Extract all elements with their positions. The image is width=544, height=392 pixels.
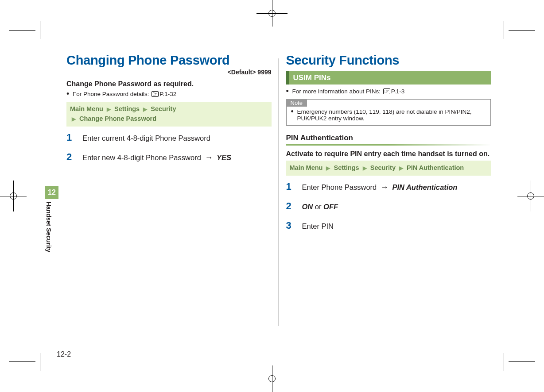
left-detail-line: For Phone Password details: ☞P.1-32 [66,91,272,97]
crop-mark-tl [9,21,49,39]
left-nav-path: Main Menu ▶ Settings ▶ Security ▶ Change… [66,102,272,127]
nav-change-password: Change Phone Password [79,115,156,122]
right-lead: Activate to require PIN entry each time … [286,150,491,158]
default-value: <Default> 9999 [66,69,272,76]
step-text: ON or OFF [302,203,491,211]
right-nav-path: Main Menu ▶ Settings ▶ Security ▶ PIN Au… [286,161,491,176]
nav-settings: Settings [334,164,359,171]
left-lead: Change Phone Password as required. [66,80,272,88]
pin-auth-heading: PIN Authentication [286,134,491,142]
gradient-rule [286,144,491,146]
arrow-right-icon: → [205,153,213,162]
left-step-1: 1 Enter current 4-8-digit Phone Password [66,132,272,143]
crop-mark-bl [9,353,49,371]
step-text: Enter current 4-8-digit Phone Password [82,134,272,142]
step-text: Enter new 4-8-digit Phone Password → YES [82,153,272,162]
registration-mark-bottom [254,365,290,392]
right-title: Security Functions [286,53,491,68]
nav-settings: Settings [114,105,140,112]
right-step-3: 3 Enter PIN [286,220,491,231]
step-1-pre: Enter Phone Password [302,183,379,191]
step-2-on: ON [302,203,313,211]
nav-main-menu: Main Menu [70,105,103,112]
step-number: 2 [66,151,74,163]
chevron-right-icon: ▶ [143,106,147,112]
right-step-2: 2 ON or OFF [286,200,491,212]
registration-mark-right [517,178,544,214]
chevron-right-icon: ▶ [399,165,403,171]
right-info-ref: P.1-3 [391,88,405,95]
chevron-right-icon: ▶ [363,165,367,171]
step-number: 3 [286,220,294,231]
nav-security: Security [370,164,396,171]
step-2-or: or [313,203,323,211]
right-step-1: 1 Enter Phone Password → PIN Authenticat… [286,181,491,192]
crop-mark-br [495,353,535,371]
usim-pins-bar: USIM PINs [286,71,491,85]
reference-icon: ☞ [383,88,390,94]
crop-mark-tr [495,21,535,39]
step-number: 1 [286,181,294,192]
reference-icon: ☞ [152,91,159,97]
step-number: 2 [286,200,294,212]
left-step-2: 2 Enter new 4-8-digit Phone Password → Y… [66,151,272,163]
registration-mark-top [254,0,290,27]
step-text: Enter PIN [302,222,491,231]
left-detail-ref: P.1-32 [159,91,176,97]
left-detail-text: For Phone Password details: [73,91,151,97]
note-label: Note [286,99,307,107]
right-column: Security Functions USIM PINs For more in… [279,53,491,348]
nav-main-menu: Main Menu [290,164,323,171]
page-number: 12-2 [57,350,71,358]
left-title: Changing Phone Password [66,53,272,68]
step-2-off: OFF [323,203,338,211]
chevron-right-icon: ▶ [326,165,330,171]
chevron-right-icon: ▶ [72,116,76,122]
chapter-label: Handset Security [45,202,52,252]
registration-mark-left [0,178,27,214]
right-info-line: For more information about PINs: ☞P.1-3 [286,88,491,95]
arrow-right-icon: → [381,183,389,192]
step-1-strong: PIN Authentication [392,183,457,191]
step-number: 1 [66,132,74,143]
right-info-text: For more information about PINs: [292,88,382,95]
left-column: Changing Phone Password <Default> 9999 C… [66,53,279,348]
chevron-right-icon: ▶ [107,106,111,112]
nav-pin-auth: PIN Authentication [407,164,464,171]
step-2-yes: YES [217,154,231,161]
note-body-text: Emergency numbers (110, 119, 118) are no… [291,108,486,122]
step-2-pre: Enter new 4-8-digit Phone Password [82,154,203,161]
note-box: Note Emergency numbers (110, 119, 118) a… [286,99,491,126]
step-text: Enter Phone Password → PIN Authenticatio… [302,183,491,192]
chapter-number-tab: 12 [45,186,58,199]
nav-security: Security [151,105,176,112]
